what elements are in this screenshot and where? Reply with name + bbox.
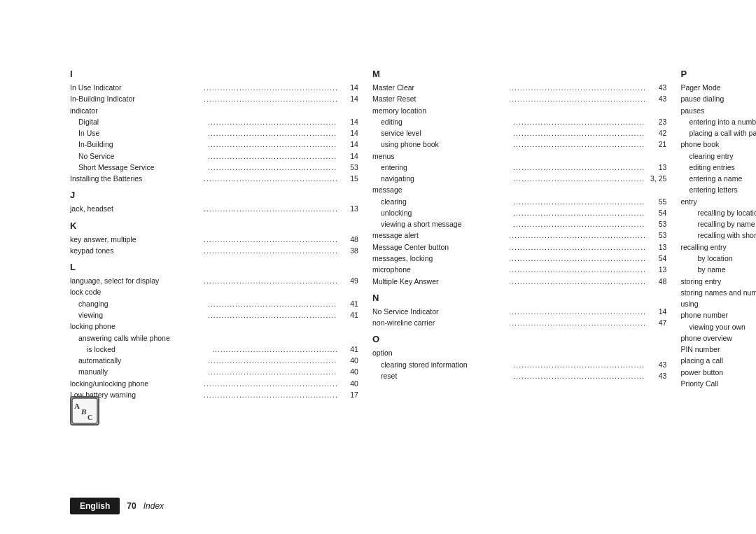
index-entry: pauses (680, 105, 756, 116)
svg-text:B: B (80, 407, 86, 416)
entry-page: 13 (645, 162, 666, 173)
section-header-l: L (70, 262, 358, 272)
index-entry: message alert ..........................… (372, 230, 666, 241)
entry-page: 14 (645, 306, 666, 317)
entry-label: non-wireline carrier (372, 317, 507, 328)
entry-dots: ........................................… (512, 370, 645, 381)
entry-page: 14 (337, 93, 358, 104)
index-entry: clearing ...............................… (372, 196, 666, 207)
index-entry: entry (680, 196, 756, 207)
index-entry: Multiple Key Answer ....................… (372, 276, 666, 287)
entry-page: 53 (337, 162, 358, 173)
entry-dots: ........................................… (512, 116, 645, 127)
entry-page: 41 (337, 309, 358, 321)
entry-label: entering a name (680, 173, 756, 184)
entry-dots: ........................................… (512, 196, 645, 207)
entry-page: 38 (337, 245, 358, 256)
entry-label: by name (680, 264, 756, 275)
entry-dots: ........................................… (206, 127, 337, 139)
entry-dots: ........................................… (202, 245, 337, 256)
entry-page: 13 (645, 264, 666, 275)
index-entry: reset ..................................… (372, 370, 666, 381)
entry-page: 13 (645, 241, 666, 253)
entry-page: 43 (645, 359, 666, 370)
footer: English 70 Index (70, 498, 714, 514)
entry-dots: ........................................… (206, 355, 337, 366)
entry-page: 53 (645, 218, 666, 230)
entry-dots: ........................................… (206, 309, 337, 321)
section-header-i: I (70, 69, 358, 79)
entry-label: editing entries (680, 162, 756, 173)
entry-page: 55 (645, 196, 666, 207)
entry-dots: ........................................… (206, 366, 337, 377)
index-entry: recalling by name ......................… (680, 218, 756, 230)
entry-dots: ........................................… (202, 234, 337, 245)
entry-page: 14 (337, 127, 358, 139)
entry-label: option (372, 347, 666, 358)
entry-label: entering into a number (680, 116, 756, 127)
svg-text:A: A (74, 402, 80, 410)
index-entry: lock code (70, 286, 358, 297)
entry-page: 43 (645, 93, 666, 104)
entry-page: 53 (645, 230, 666, 241)
index-entry: is locked ..............................… (70, 344, 358, 355)
entry-page: 14 (337, 116, 358, 127)
entry-page: 14 (337, 82, 358, 93)
entry-label: phone overview (680, 332, 756, 344)
index-entry: phone overview .........................… (680, 332, 756, 344)
entry-page: 41 (337, 298, 358, 309)
entry-dots: ........................................… (512, 218, 645, 230)
index-entry: microphone .............................… (372, 264, 666, 275)
entry-label: entry (680, 196, 756, 207)
entry-dots: ........................................… (202, 203, 337, 214)
footer-index-label: Index (144, 501, 164, 511)
entry-label: No Service Indicator (372, 306, 507, 317)
entry-label: In-Building Indicator (70, 93, 202, 104)
entry-label: Message Center button (372, 241, 507, 253)
entry-dots: ........................................… (512, 139, 645, 150)
entry-label: recalling with short cuts (680, 230, 756, 241)
index-entry: storing entry ..........................… (680, 276, 756, 287)
entry-page: 49 (337, 275, 358, 286)
entry-dots: ........................................… (512, 162, 645, 173)
entry-dots: ........................................… (202, 173, 337, 184)
entry-page: 48 (645, 276, 666, 287)
entry-dots: ........................................… (202, 82, 337, 93)
index-entry: non-wireline carrier ...................… (372, 317, 666, 328)
index-entry: Short Message Service ..................… (70, 162, 358, 173)
column-1: IIn Use Indicator ......................… (70, 63, 372, 464)
entry-label: is locked (70, 344, 211, 355)
index-entry: message (372, 184, 666, 195)
entry-label: PIN number (680, 344, 756, 355)
entry-label: reset (372, 370, 512, 381)
entry-label: by location (680, 253, 756, 264)
entry-label: keypad tones (70, 245, 202, 256)
entry-page: 14 (337, 139, 358, 150)
entry-label: entering letters (680, 184, 756, 195)
index-entry: In Use .................................… (70, 127, 358, 139)
entry-label: pauses (680, 105, 756, 116)
entry-page: 42 (645, 127, 666, 139)
index-entry: recalling by location ..................… (680, 207, 756, 218)
entry-label: Master Clear (372, 82, 507, 93)
index-entry: Low battery warning ....................… (70, 389, 358, 400)
entry-label: locking phone (70, 321, 358, 332)
entry-dots: ........................................… (211, 344, 337, 355)
entry-page: 43 (645, 82, 666, 93)
entry-page: 21 (645, 139, 666, 150)
index-entry: entering letters .......................… (680, 184, 756, 195)
index-entry: editing entries ........................… (680, 162, 756, 173)
index-entry: storing names and numbers ..............… (680, 287, 756, 298)
index-entry: navigating .............................… (372, 173, 666, 184)
entry-label: language, select for display (70, 275, 202, 286)
entry-page: 47 (645, 317, 666, 328)
index-entry: memory location (372, 105, 666, 116)
entry-label: viewing (70, 309, 206, 321)
index-entry: clearing stored information ............… (372, 359, 666, 370)
index-entry: No Service Indicator ...................… (372, 306, 666, 317)
index-entry: changing ...............................… (70, 298, 358, 309)
abc-logo: A B C (70, 396, 99, 426)
entry-label: answering calls while phone (70, 332, 358, 344)
entry-label: pause dialing (680, 93, 756, 104)
entry-label: Installing the Batteries (70, 173, 202, 184)
